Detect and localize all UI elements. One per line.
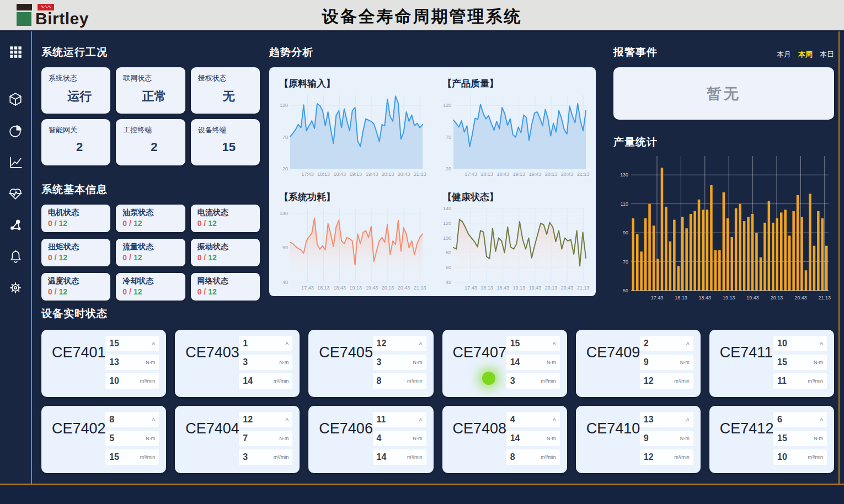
running-indicator [482, 372, 495, 385]
trend-chart-product-quality: 120702017:4318:1318:4319:1319:4320:1320:… [438, 91, 590, 178]
device-values: 12A3N·m8m³/min [373, 336, 426, 389]
alarm-count: 0 / [197, 287, 206, 296]
alarm-tab-0[interactable]: 本月 [777, 50, 791, 60]
device-value-row: 3N·m [239, 355, 292, 370]
sidebar [0, 31, 32, 484]
device-value: 14 [510, 357, 520, 367]
device-value-row: 8m³/min [506, 449, 560, 465]
device-unit: N·m [413, 360, 423, 365]
device-name: CE7409 [586, 344, 640, 361]
device-unit: N·m [814, 360, 823, 365]
device-value: 5 [109, 433, 114, 443]
device-value: 4 [510, 415, 515, 425]
device-name: CE7411 [720, 344, 773, 361]
device-unit: A [686, 341, 690, 346]
device-value-row: 13A [640, 412, 693, 427]
svg-text:21:13: 21:13 [577, 285, 590, 291]
device-unit: m³/min [541, 378, 556, 384]
info-card-1: 油泵状态0 /12 [116, 205, 185, 232]
svg-text:20:43: 20:43 [561, 285, 574, 291]
status-card-label: 系统状态 [49, 73, 110, 83]
device-card-ce7406[interactable]: CE740611A4N·m14m³/min [308, 406, 433, 473]
info-card-counts: 0 /12 [122, 253, 185, 262]
device-value-row: 3N·m [373, 355, 426, 370]
svg-text:21:13: 21:13 [819, 295, 831, 301]
device-unit: N·m [279, 360, 289, 365]
svg-text:18:43: 18:43 [333, 171, 346, 177]
device-value-row: 6A [773, 412, 827, 427]
trend-cell-product-quality: 【产品质量】120702017:4318:1318:4319:1319:4320… [432, 69, 596, 183]
gear-icon[interactable] [4, 277, 26, 299]
molecule-icon[interactable] [4, 214, 26, 236]
alarm-tab-1[interactable]: 本周 [798, 50, 813, 60]
trend-cell-health-status: 【健康状态】14012010080604017:4318:1318:4319:1… [432, 183, 596, 297]
device-card-ce7408[interactable]: CE74084A14N·m8m³/min [442, 406, 567, 473]
device-value-row: 3m³/min [506, 373, 560, 389]
total-count: 12 [59, 219, 68, 228]
device-card-ce7404[interactable]: CE740412A7N·m3m³/min [175, 406, 300, 473]
alarm-empty-text: 暂无 [707, 84, 741, 104]
svg-text:18:13: 18:13 [317, 171, 330, 177]
trend-panel: 【原料输入】120702017:4318:1318:4319:1319:4320… [269, 67, 596, 296]
device-card-ce7409[interactable]: CE74092A9N·m12m³/min [576, 330, 701, 397]
status-card-label: 联网状态 [123, 73, 185, 83]
svg-text:70: 70 [623, 259, 628, 265]
bell-icon[interactable] [4, 245, 26, 267]
svg-text:19:13: 19:13 [723, 295, 735, 301]
device-value-row: 5N·m [105, 431, 159, 446]
svg-text:18:43: 18:43 [496, 171, 509, 177]
device-value-row: 15N·m [773, 355, 827, 370]
trend-cell-system-power: 【系统功耗】140904017:4318:1318:4319:1319:4320… [269, 183, 432, 297]
device-unit: m³/min [407, 378, 423, 384]
device-value: 8 [510, 452, 515, 462]
cube-icon[interactable] [4, 88, 26, 110]
info-card-counts: 0 /12 [48, 253, 110, 262]
device-value-row: 8A [105, 412, 159, 427]
svg-text:20: 20 [446, 166, 451, 171]
device-name: CE7404 [185, 420, 239, 437]
alarm-empty-card: 暂无 [613, 67, 834, 120]
trend-chart-raw-input: 120702017:4318:1318:4319:1319:4320:1320:… [275, 91, 427, 178]
device-card-ce7410[interactable]: CE741013A9N·m12m³/min [576, 406, 701, 473]
alarm-tab-2[interactable]: 本日 [820, 50, 834, 60]
info-card-3: 扭矩状态0 /12 [41, 239, 110, 266]
status-card-value: 2 [123, 140, 185, 154]
apps-grid-icon[interactable] [4, 41, 26, 63]
device-card-ce7405[interactable]: CE740512A3N·m8m³/min [308, 330, 433, 397]
device-card-ce7412[interactable]: CE74126A15N·m10m³/min [709, 406, 834, 473]
trend-chart-title: 【健康状态】 [442, 191, 592, 203]
total-count: 12 [133, 253, 142, 262]
svg-text:20:13: 20:13 [545, 171, 558, 177]
device-card-ce7411[interactable]: CE741110A15N·m11m³/min [709, 330, 834, 397]
svg-text:70: 70 [446, 135, 451, 140]
left-column: 系统运行工况 系统状态运行联网状态正常授权状态无智能网关2工控终端2设备终端15… [41, 30, 260, 301]
device-unit: N·m [814, 436, 823, 441]
svg-text:120: 120 [443, 220, 451, 226]
device-values: 1A3N·m14m³/min [239, 336, 292, 389]
total-count: 12 [208, 287, 217, 296]
device-values: 10A15N·m11m³/min [773, 336, 827, 389]
device-value-row: 10m³/min [773, 449, 827, 465]
device-card-ce7401[interactable]: CE740115A13N·m10m³/min [41, 330, 166, 397]
trend-chart-health-status: 14012010080604017:4318:1318:4319:1319:43… [438, 205, 590, 292]
svg-text:17:43: 17:43 [464, 171, 477, 177]
pie-chart-icon[interactable] [4, 120, 26, 142]
device-grid: CE740115A13N·m10m³/minCE74031A3N·m14m³/m… [41, 330, 834, 473]
device-value-row: 13N·m [105, 355, 159, 370]
svg-text:19:13: 19:13 [350, 285, 362, 291]
device-card-ce7407[interactable]: CE740715A14N·m3m³/min [442, 330, 567, 397]
device-value-row: 2A [640, 336, 693, 351]
status-card-5: 设备终端15 [191, 119, 260, 165]
device-card-ce7402[interactable]: CE74028A5N·m15m³/min [41, 406, 166, 473]
device-value: 15 [109, 452, 119, 462]
svg-text:20:13: 20:13 [771, 295, 783, 301]
health-pulse-icon[interactable] [4, 183, 26, 205]
device-card-ce7403[interactable]: CE74031A3N·m14m³/min [175, 330, 300, 397]
device-value-row: 1A [239, 336, 292, 351]
alarm-tabs: 本月本周本日 [777, 50, 834, 60]
status-card-value: 2 [49, 140, 110, 154]
svg-text:20:43: 20:43 [398, 171, 410, 177]
device-name: CE7408 [453, 420, 507, 437]
line-chart-icon[interactable] [4, 151, 26, 173]
svg-text:21:13: 21:13 [577, 171, 590, 177]
